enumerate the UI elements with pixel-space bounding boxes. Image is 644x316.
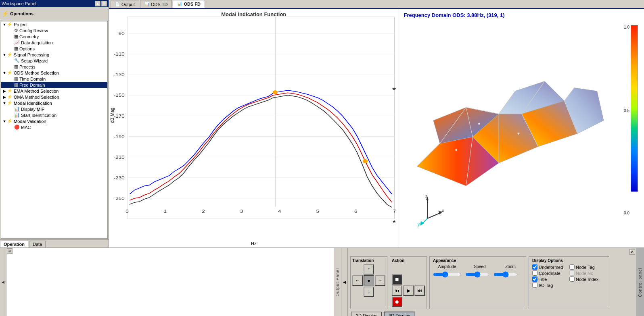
coordinate-checkbox[interactable] [532, 270, 537, 276]
node-tag-checkbox[interactable] [569, 264, 575, 270]
output-panel-collapse[interactable]: ◀ [0, 248, 6, 316]
ema-method-icon: ⚡ [7, 88, 13, 94]
io-tag-checkbox[interactable] [532, 283, 537, 288]
tree-item-oma-method[interactable]: ▶ ⚡ OMA Method Selection [1, 94, 107, 100]
translation-title: Translation [352, 258, 385, 263]
trans-center-btn[interactable]: ● [364, 275, 374, 286]
undeformed-checkbox[interactable] [532, 264, 537, 270]
tree-item-options[interactable]: ▦ Options [1, 46, 107, 52]
output-tab-icon: 📄 [115, 2, 120, 6]
colorbar-mid: 0.5 [624, 108, 629, 113]
trans-right-btn[interactable]: → [375, 275, 385, 286]
control-panel-collapse[interactable]: ◀ [341, 248, 348, 316]
svg-text:y: y [418, 222, 420, 227]
action-next-btn[interactable]: ⏭ [414, 285, 425, 296]
chart-title: Modal Indication Function [221, 11, 286, 17]
operations-header: ⚡ Operations [0, 7, 109, 20]
output-panel-label: Output Panel [335, 268, 340, 296]
output-close-btn[interactable]: ✕ [7, 248, 13, 254]
tree-item-process[interactable]: ▦ Process [1, 64, 107, 70]
amplitude-slider[interactable] [433, 271, 461, 278]
action-play-btn[interactable]: ▶ [403, 285, 414, 296]
title-checkbox[interactable] [532, 276, 537, 282]
tree-label-display-mif: Display MIF [21, 107, 44, 112]
tree-item-ods-method[interactable]: ▼ ⚡ ODS Method Selection [1, 70, 107, 76]
options-icon: ▦ [14, 46, 18, 51]
svg-text:-90: -90 [117, 31, 125, 36]
sliders-row [433, 271, 523, 278]
display-mif-icon: 📊 [14, 106, 20, 112]
node-index-checkbox[interactable] [569, 276, 575, 282]
tree-item-modal-identification[interactable]: ▼ ⚡ Modal Identification [1, 100, 107, 106]
trans-left-btn[interactable]: ← [352, 275, 363, 286]
node-tag-label: Node Tag [576, 265, 595, 270]
output-panel: ◀ ✕ Output Panel [0, 248, 341, 316]
tab-operation[interactable]: Operation [0, 241, 28, 247]
tab-output[interactable]: 📄 Output [111, 0, 139, 8]
svg-text:2: 2 [202, 209, 205, 214]
mac-icon: 🔴 [14, 125, 20, 130]
control-close-btn[interactable]: ✕ [629, 249, 635, 255]
action-record-btn[interactable]: ⏺ [392, 297, 402, 307]
ods-3d-svg [407, 29, 620, 215]
tree-item-setup-wizard[interactable]: 🔧 Setup Wizard [1, 58, 107, 64]
tree-item-signal-processing[interactable]: ▼ ⚡ Signal Processing [1, 52, 107, 58]
tree-item-start-identification[interactable]: 📊 Start Identification [1, 112, 107, 118]
trans-up-btn[interactable]: ↑ [364, 264, 374, 274]
operations-icon: ⚡ [2, 10, 8, 17]
control-panel-body: ✕ Translation ↑ ← ● → [348, 248, 636, 316]
svg-text:0: 0 [125, 209, 129, 214]
zoom-label: Zoom [498, 264, 523, 269]
control-panel: ◀ ✕ Translation ↑ ← [341, 248, 644, 316]
translation-grid: ↑ ← ● → ↓ [352, 264, 385, 297]
tab-ods-td[interactable]: 📊 ODS TD [140, 0, 172, 8]
svg-text:-110: -110 [114, 52, 125, 57]
tab-data[interactable]: Data [29, 241, 46, 247]
colorbar-min: 0.0 [624, 211, 629, 215]
tree-item-display-mif[interactable]: 📊 Display MIF [1, 106, 107, 112]
trans-down-btn[interactable]: ↓ [364, 287, 374, 297]
control-panel-side-label: Control panel [636, 248, 644, 316]
svg-text:★: ★ [392, 86, 397, 91]
tree-label-geometry: Geometry [19, 34, 39, 39]
svg-text:-190: -190 [114, 134, 125, 139]
tree-label-setup-wizard: Setup Wizard [21, 58, 48, 63]
tree-item-data-acquisition[interactable]: 📈 Data Acquisition [1, 40, 107, 46]
expand-arrow: ▼ [2, 71, 7, 75]
close-button[interactable]: ✕ [101, 1, 107, 6]
control-close-row: ✕ [348, 248, 636, 256]
speed-slider[interactable] [465, 271, 489, 278]
undeformed-label: Undeformed [539, 265, 563, 270]
tree-item-freq-domain[interactable]: ▦ Freq Domain [1, 82, 107, 88]
tree-item-modal-validation[interactable]: ▼ ⚡ Modal Validation [1, 118, 107, 124]
workspace-bottom-tabs: Operation Data [0, 239, 109, 247]
tree-label-oma-method: OMA Method Selection [14, 95, 59, 100]
tree-item-ema-method[interactable]: ▶ ⚡ EMA Method Selection [1, 88, 107, 94]
tab-2d-display[interactable]: 2D Display [351, 312, 382, 316]
signal-proc-icon: ⚡ [7, 52, 13, 57]
controls-row: Translation ↑ ← ● → ↓ [348, 256, 636, 310]
tree-item-mac[interactable]: 🔴 MAC [1, 124, 107, 130]
action-prev-btn[interactable]: ⏮ [392, 285, 402, 296]
tree-item-config-review[interactable]: ⚙ Config Review [1, 27, 107, 33]
tree-item-project[interactable]: ▼ ⚡ Project [1, 21, 107, 27]
tree-label-mac: MAC [21, 125, 31, 130]
tree-item-geometry[interactable]: ▦ Geometry [1, 33, 107, 40]
tree-item-time-domain[interactable]: ▦ Time Domain [1, 76, 107, 82]
tab-bar: 📄 Output 📊 ODS TD 📊 ODS FD [109, 0, 644, 9]
svg-marker-48 [420, 221, 424, 226]
ods-fd-icon: 📊 [177, 2, 182, 6]
minimize-button[interactable]: ▲ [95, 1, 100, 6]
workspace-panel-titlebar: Workspace Panel ▲ ✕ [0, 0, 109, 7]
appearance-labels-row: Amplitude Speed Zoom [433, 264, 523, 269]
tab-ods-fd[interactable]: 📊 ODS FD [173, 0, 205, 8]
ods-method-icon: ⚡ [7, 70, 13, 75]
zoom-slider[interactable] [493, 271, 518, 278]
svg-text:-170: -170 [114, 114, 125, 119]
process-icon: ▦ [14, 64, 18, 69]
tree-label-modal-validation: Modal Validation [14, 119, 46, 124]
action-stop-btn[interactable]: ⏹ [392, 274, 402, 285]
tab-3d-display[interactable]: 3D Display [384, 312, 415, 316]
display-options-grid: Undeformed Node Tag Coordinate [532, 264, 606, 288]
appearance-title: Appearance [433, 258, 523, 263]
